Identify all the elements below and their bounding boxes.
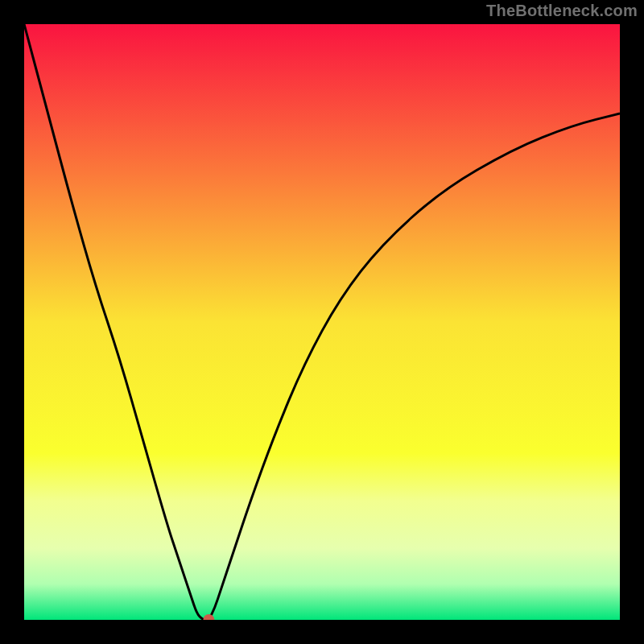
gradient-background [24, 24, 620, 620]
watermark-text: TheBottleneck.com [486, 2, 638, 20]
bottleneck-chart [24, 24, 620, 620]
chart-frame: TheBottleneck.com [0, 0, 644, 644]
plot-area [24, 24, 620, 620]
